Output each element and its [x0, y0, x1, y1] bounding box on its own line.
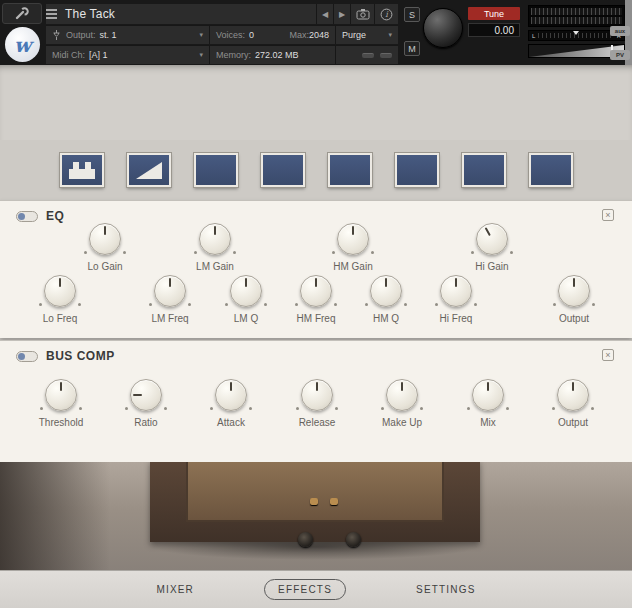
purge-led — [362, 53, 374, 58]
upper-panel-spacer — [0, 65, 632, 140]
knob-hi-freq[interactable]: Hi Freq — [421, 275, 491, 324]
effect-slot-2[interactable] — [127, 153, 171, 187]
piano-pedal — [330, 498, 338, 505]
prev-instrument-button[interactable]: ◀ — [316, 4, 333, 24]
piano-wheel — [298, 532, 313, 547]
knob-hi-gain[interactable]: Hi Gain — [457, 223, 527, 272]
bottom-tab-bar: MIXER EFFECTS SETTINGS — [0, 570, 632, 608]
memory-display: Memory: 272.02 MB — [210, 46, 336, 64]
eq-power-toggle[interactable] — [16, 211, 38, 222]
knob-make-up[interactable]: Make Up — [367, 379, 437, 428]
effect-slot-4[interactable] — [261, 153, 305, 187]
pan-marker-icon — [573, 31, 579, 35]
meter-right — [531, 17, 622, 24]
meter-left — [531, 8, 622, 15]
knob-hm-q[interactable]: HM Q — [351, 275, 421, 324]
prev-arrow-icon: ◀ — [322, 10, 328, 19]
effect-slot-3[interactable] — [194, 153, 238, 187]
kontakt-instrument-window: w The Tack ◀ ▶ — [0, 0, 632, 608]
close-icon: × — [605, 210, 610, 220]
knob-ratio[interactable]: Ratio — [111, 379, 181, 428]
knob-lo-freq[interactable]: Lo Freq — [25, 275, 95, 324]
purge-menu[interactable]: Purge ▾ — [336, 26, 398, 44]
knob-attack[interactable]: Attack — [196, 379, 266, 428]
bus-comp-panel-title: BUS COMP — [46, 349, 115, 363]
mute-button[interactable]: M — [404, 41, 420, 56]
pv-button[interactable]: PV — [610, 50, 630, 60]
wrench-button[interactable] — [2, 3, 42, 24]
close-icon: × — [605, 350, 610, 360]
knob-mix[interactable]: Mix — [453, 379, 523, 428]
output-selector[interactable]: Output: st. 1 ▾ — [46, 26, 210, 44]
photo-shadow-left — [0, 462, 110, 570]
tune-knob[interactable] — [423, 8, 463, 48]
piano-pedal — [310, 498, 318, 505]
wavesfactory-logo: w — [5, 27, 40, 62]
instrument-title-bar: The Tack ◀ ▶ i — [46, 4, 398, 24]
kontakt-header: w The Tack ◀ ▶ — [0, 0, 632, 65]
knob-lo-gain[interactable]: Lo Gain — [70, 223, 140, 272]
effect-slot-row — [0, 140, 632, 200]
next-arrow-icon: ▶ — [339, 10, 345, 19]
notched-shape-icon — [69, 162, 95, 179]
tune-label: Tune — [468, 7, 520, 20]
effect-slot-6[interactable] — [395, 153, 439, 187]
knob-lm-gain[interactable]: LM Gain — [180, 223, 250, 272]
knob-hm-freq[interactable]: HM Freq — [281, 275, 351, 324]
knob-threshold[interactable]: Threshold — [26, 379, 96, 428]
svg-text:i: i — [385, 10, 389, 19]
tab-effects[interactable]: EFFECTS — [264, 579, 346, 600]
dropdown-arrow-icon: ▾ — [199, 31, 203, 39]
voices-display: Voices: 0 Max: 2048 — [210, 26, 336, 44]
knob-lm-q[interactable]: LM Q — [211, 275, 281, 324]
eq-close-button[interactable]: × — [602, 209, 614, 221]
knob-lm-freq[interactable]: LM Freq — [135, 275, 205, 324]
knob-bus-output[interactable]: Output — [538, 379, 608, 428]
toggle-dot-icon — [18, 213, 25, 220]
instrument-title: The Tack — [65, 7, 115, 21]
camera-icon — [356, 8, 370, 20]
tab-settings[interactable]: SETTINGS — [402, 579, 490, 600]
solo-button[interactable]: S — [404, 7, 420, 22]
piano-wheel — [346, 532, 361, 547]
snapshot-button[interactable] — [350, 4, 374, 24]
menu-icon[interactable] — [46, 7, 57, 21]
tack-piano-image — [150, 462, 480, 542]
effect-slot-1[interactable] — [60, 153, 104, 187]
level-meter — [528, 5, 625, 27]
pan-ticks — [538, 33, 613, 38]
ramp-icon — [136, 162, 162, 179]
effect-slot-5[interactable] — [328, 153, 372, 187]
tab-mixer[interactable]: MIXER — [142, 579, 208, 600]
next-instrument-button[interactable]: ▶ — [333, 4, 350, 24]
purge-indicators — [336, 46, 398, 64]
info-icon: i — [380, 8, 393, 21]
tune-value-display[interactable]: 0.00 — [468, 23, 520, 37]
piano-panel — [186, 462, 444, 522]
midi-row: Midi Ch: [A] 1 ▾ Memory: 272.02 MB — [46, 45, 398, 64]
bus-comp-power-toggle[interactable] — [16, 351, 38, 362]
knob-eq-output[interactable]: Output — [539, 275, 609, 324]
bus-comp-panel: BUS COMP × Threshold Ratio Attack Releas… — [0, 340, 632, 462]
toggle-dot-icon — [18, 353, 25, 360]
midi-channel-selector[interactable]: Midi Ch: [A] 1 ▾ — [46, 46, 210, 64]
effect-slot-7[interactable] — [462, 153, 506, 187]
eq-panel: EQ × Lo Gain LM Gain HM Gain Hi Gain Lo … — [0, 200, 632, 338]
dropdown-arrow-icon: ▾ — [199, 51, 203, 59]
knob-release[interactable]: Release — [282, 379, 352, 428]
aux-button[interactable]: aux — [610, 26, 630, 36]
output-jack-icon — [52, 30, 61, 41]
bus-comp-close-button[interactable]: × — [602, 349, 614, 361]
info-button[interactable]: i — [374, 4, 398, 24]
dropdown-arrow-icon: ▾ — [388, 31, 392, 39]
effect-slot-8[interactable] — [529, 153, 573, 187]
purge-led — [380, 53, 392, 58]
instrument-photo — [0, 462, 632, 570]
output-row: Output: st. 1 ▾ Voices: 0 Max: 2048 Purg… — [46, 25, 398, 44]
wrench-icon — [14, 7, 30, 20]
knob-hm-gain[interactable]: HM Gain — [318, 223, 388, 272]
eq-panel-title: EQ — [46, 209, 64, 223]
